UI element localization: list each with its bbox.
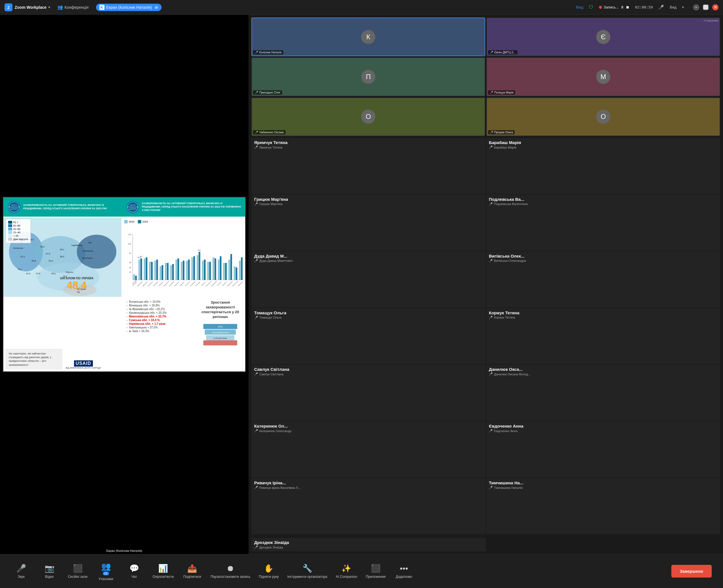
close-btn[interactable]: ✕: [712, 4, 719, 10]
video-tile-chabanenko[interactable]: О 🎤 Чабаненко Оксана: [251, 98, 485, 136]
svg-rect-96: [239, 261, 241, 280]
video-bg-6: О: [487, 98, 720, 135]
pmic-yaremchuk: 🎤: [254, 145, 258, 149]
name-badge-prykhodko: 🎤 Приходько Олег: [253, 90, 282, 94]
end-btn[interactable]: Завершено: [671, 565, 712, 578]
hand-label: Підняти руку: [259, 575, 279, 579]
pmic-yevdochenko: 🎤: [489, 429, 493, 433]
maximize-btn[interactable]: ⬜: [703, 4, 709, 10]
participant-barabash[interactable]: Барабаш Марія 🎤 Барабаш Марія: [486, 138, 720, 194]
svg-rect-86: [213, 257, 214, 280]
minimize-btn[interactable]: −: [693, 4, 699, 10]
svg-text:Херсон: Херсон: [65, 271, 73, 273]
video-tile-protsiuk[interactable]: О 🎤 Процюк Ольга: [486, 98, 720, 136]
legend-label-4: 21–40: [13, 231, 20, 234]
app-dropdown[interactable]: ▾: [48, 5, 50, 9]
app-name: Zoom Workplace: [15, 5, 47, 9]
organizer-icon: 🔧: [302, 564, 312, 573]
svg-text:спостерігається: спостерігається: [212, 331, 229, 334]
ai-companion-btn[interactable]: ✨ AI Companion: [336, 564, 357, 579]
name-evgen: Євген ДМТЦ (І...: [494, 51, 516, 54]
polls-label: Опроси/тести: [152, 575, 174, 579]
svg-text:37,5: 37,5: [46, 252, 50, 255]
usaid-box: USAID ВІД АМЕРИКАНСЬКОГО НАРОДУ: [65, 360, 101, 369]
mic-icon-evgen: 🎤: [490, 51, 493, 54]
chart-section: 2022 2023 120 100 80 60: [122, 218, 246, 297]
participant-ryvachuk[interactable]: Ривачук Іріна... 🎤 Ривачук Ірина Василів…: [251, 478, 486, 534]
polls-btn[interactable]: 📊 Опроси/тести: [152, 564, 174, 579]
participant-duda[interactable]: Дуда Давид М... 🎤 Дуда Давид Микитович: [251, 251, 486, 308]
video-tile-kolisnyk[interactable]: К 🎤 Колісник Наталія: [251, 18, 485, 56]
participants-badge: 21: [103, 572, 109, 575]
hand-btn[interactable]: ✋ Підняти руку: [259, 564, 279, 579]
conference-tab[interactable]: 👥 Конференція: [55, 3, 91, 11]
video-tile-polishchuk[interactable]: М 🎤 Поліщук Марія: [486, 57, 720, 96]
participant-katerynuk[interactable]: Катеринюк Ол... 🎤 Катеринюк Олександр: [251, 421, 486, 478]
svg-text:53,0: 53,0: [48, 259, 53, 262]
legend-color-3: [8, 228, 12, 230]
more-icon: •••: [400, 564, 408, 573]
participant-danyliuk[interactable]: Данилюк Окса... 🎤 Данилюк Оксана Волод..…: [486, 364, 720, 421]
name-badge-evgen: 🎤 Євген ДМТЦ (І...: [488, 50, 517, 55]
pause-icon: ⏸: [620, 5, 624, 9]
view-dropdown-icon[interactable]: ▾: [682, 5, 684, 9]
pmic-hrytsyuk: 🎤: [254, 202, 258, 206]
shield-icon: 🛡: [589, 5, 593, 10]
legend-label-2: 61–80: [13, 224, 20, 227]
participant-korzhuk[interactable]: Коржук Тетяна 🎤 Коржук Тетяна: [486, 308, 720, 364]
participant-vyhivska[interactable]: Вигівська Олек... 🎤 Вигівська Олександра: [486, 251, 720, 308]
legend-label-5: < 20: [13, 234, 18, 237]
participant-yevdochenko[interactable]: Євдоченко Анна 🎤 Євдоченко Анна: [486, 421, 720, 478]
screen-tab-close[interactable]: ⊗: [155, 5, 158, 9]
sessions-btn[interactable]: ⬛ Сесійні зали: [68, 564, 88, 579]
svg-text:Луганська: Луганська: [185, 281, 190, 287]
pname-tomashchuk: Томащук Ольга: [254, 310, 483, 315]
chat-label: Чат: [131, 575, 137, 579]
enter-btn[interactable]: Вхід: [576, 5, 583, 9]
psub-hrytsyuk: 🎤 Грицюк Мар'яна: [254, 202, 483, 206]
organizer-btn[interactable]: 🔧 Інструменти організатора: [287, 564, 327, 579]
chat-btn[interactable]: 💬 Чат: [124, 564, 144, 579]
video-btn[interactable]: 📷 Відео: [40, 564, 59, 579]
video-tile-prykhodko[interactable]: П 🎤 Приходько Олег: [251, 57, 485, 96]
growth-item-4: → Кіровоградська обл. + 20,2%: [125, 311, 195, 314]
record-icon: ⏺: [227, 564, 234, 573]
svg-rect-80: [198, 252, 200, 280]
svg-text:Ів-Франків.: Ів-Франків.: [169, 281, 174, 287]
apps-btn[interactable]: ⬛ Приложения: [366, 564, 385, 579]
participant-podlevska[interactable]: Подлевська Ва... 🎤 Подлевська Валентина: [486, 194, 720, 251]
participant-hrytsyuk[interactable]: Грицюк Мар'яна 🎤 Грицюк Мар'яна: [251, 194, 486, 251]
ai-companion-label: AI Companion: [336, 575, 357, 579]
video-tile-evgen[interactable]: Є 🎤 Євген ДМТЦ (І... IT-підтримка: [486, 18, 720, 56]
organizer-label: Інструменти організатора: [287, 575, 327, 579]
participants-label: Учасники: [99, 577, 113, 581]
svg-text:51,3: 51,3: [20, 255, 25, 258]
avatar-evgen: Є: [596, 30, 610, 44]
participant-tomashchuk[interactable]: Томащук Ольга 🎤 Томащук Ольга: [251, 308, 486, 364]
video-bg-3: П: [252, 58, 485, 96]
record-btn[interactable]: ⏺ Пауза/остановити запись: [210, 564, 250, 579]
participant-savluk[interactable]: Савлук Світлана 🎤 Савлук Світлана: [251, 364, 486, 421]
health-center-icon-right: ЦЕНТР ГРОМАДСЬКОГО ЗДОРОВ'Я: [127, 202, 139, 213]
svg-text:60: 60: [129, 261, 131, 264]
presenter-label: Екран (Колісник Наталія): [103, 548, 145, 553]
participant-tymchyshyna[interactable]: Тимчишина На... 🎤 Тимчишина Наталія: [486, 478, 720, 534]
svg-text:Миколаів.: Миколаів.: [195, 281, 201, 286]
view-btn[interactable]: Вид: [669, 5, 676, 9]
more-btn[interactable]: ••• Додатково: [394, 564, 414, 579]
screen-tab[interactable]: K Екран (Колісник Наталія) ⊗: [96, 4, 162, 11]
participant-yaremchuk[interactable]: Яремчук Тетяна 🎤 Яремчук Тетяна: [251, 138, 486, 194]
svg-text:76,1: 76,1: [18, 268, 22, 271]
svg-text:ЗДОРОВ'Я: ЗДОРОВ'Я: [10, 208, 18, 210]
avatar-chabanenko: О: [361, 110, 375, 124]
legend-label-6: Дані відсутні: [13, 238, 28, 240]
svg-text:Одеська: Одеська: [201, 281, 206, 286]
name-prykhodko: Приходько Олег: [259, 91, 280, 94]
share-btn[interactable]: 📤 Поділитися: [182, 564, 202, 579]
participants-btn[interactable]: 👥 21 Учасники: [96, 562, 116, 581]
participant-drozdyuk[interactable]: Дроздюк Зінаїда 🎤 Дроздюк Зінаїда: [251, 538, 486, 551]
conference-label: Конференція: [65, 5, 89, 9]
psub-tymchyshyna: 🎤 Тимчишина Наталія: [489, 486, 717, 489]
sound-btn[interactable]: 🎤 Звук: [11, 564, 31, 579]
svg-text:54,7: 54,7: [140, 256, 143, 257]
